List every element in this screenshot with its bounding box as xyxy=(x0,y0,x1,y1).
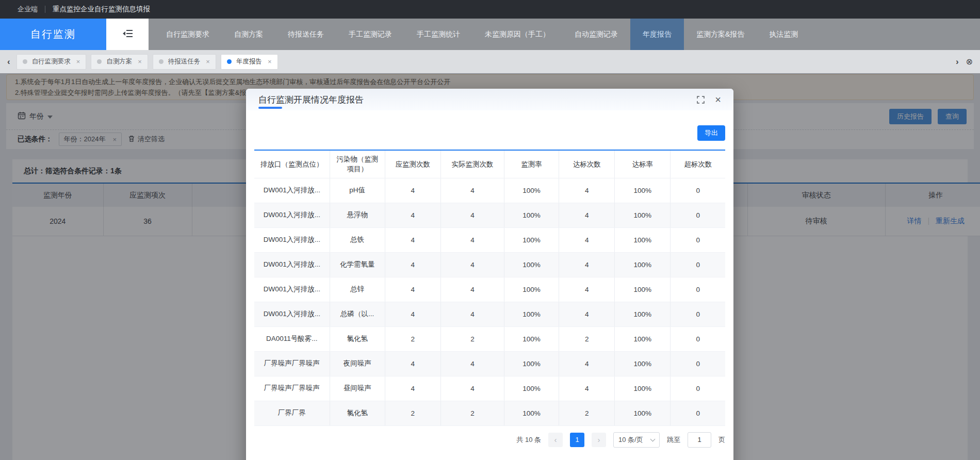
table-row: DW001入河排放...总铁44100%4100%0 xyxy=(254,227,725,252)
table-cell: 100% xyxy=(504,302,559,326)
tab-label: 自测方案 xyxy=(106,57,132,66)
tab-status-dot-icon xyxy=(97,59,102,64)
table-cell: 100% xyxy=(615,376,671,401)
table-cell: 昼间噪声 xyxy=(330,376,385,401)
modal-title: 自行监测开展情况年度报告 xyxy=(258,94,697,106)
modal-header: 自行监测开展情况年度报告 × xyxy=(246,89,733,110)
tabs-scroll-left-icon[interactable]: ‹ xyxy=(7,57,10,66)
table-cell: 悬浮物 xyxy=(330,203,385,227)
table-row: DW001入河排放...pH值44100%4100%0 xyxy=(254,178,725,203)
table-cell: 4 xyxy=(559,376,615,401)
fullscreen-icon[interactable] xyxy=(697,96,705,104)
table-cell: 4 xyxy=(385,302,440,326)
nav-item[interactable]: 未监测原因（手工） xyxy=(472,19,562,50)
table-cell: 4 xyxy=(559,178,615,203)
table-row: DW001入河排放...总磷（以...44100%4100%0 xyxy=(254,302,725,326)
table-cell: 100% xyxy=(504,277,559,302)
tab-status-dot-icon xyxy=(23,59,27,64)
tabs-scroll-right-icon[interactable]: › xyxy=(956,57,959,66)
table-cell: DW001入河排放... xyxy=(254,302,330,326)
table-cell: 100% xyxy=(615,401,671,425)
table-cell: 100% xyxy=(504,326,559,351)
nav-item[interactable]: 待报送任务 xyxy=(275,19,336,50)
table-row: DW001入河排放...悬浮物44100%4100%0 xyxy=(254,203,725,227)
page-tab[interactable]: 自行监测要求× xyxy=(17,54,87,70)
tab-close-icon[interactable]: × xyxy=(206,58,210,65)
tab-close-icon[interactable]: × xyxy=(76,58,80,65)
table-cell: 100% xyxy=(504,203,559,227)
table-cell: 0 xyxy=(671,227,725,252)
page-tab[interactable]: 年度报告× xyxy=(221,54,278,70)
table-cell: 4 xyxy=(440,376,504,401)
table-cell: 4 xyxy=(440,252,504,277)
page-tab[interactable]: 自测方案× xyxy=(91,54,148,70)
nav-item[interactable]: 自测方案 xyxy=(222,19,275,50)
tab-label: 自行监测要求 xyxy=(32,57,71,66)
table-cell: 4 xyxy=(559,302,615,326)
topbar: 企业端 重点监控企业自行监测信息填报 xyxy=(0,0,980,19)
tab-close-icon[interactable]: × xyxy=(138,58,142,65)
tabbar-right-controls: › ⊗ xyxy=(956,57,973,66)
nav-item[interactable]: 自动监测记录 xyxy=(562,19,630,50)
table-cell: 氯化氢 xyxy=(330,326,385,351)
table-cell: 0 xyxy=(671,277,725,302)
modal-toolbar: 导出 xyxy=(254,110,725,150)
table-cell: 厂界噪声厂界噪声 xyxy=(254,376,330,401)
column-header: 达标率 xyxy=(615,150,671,178)
chevron-down-icon xyxy=(650,436,656,441)
table-cell: 100% xyxy=(504,351,559,376)
nav-item[interactable]: 手工监测统计 xyxy=(404,19,472,50)
table-cell: 4 xyxy=(385,252,440,277)
table-cell: 0 xyxy=(671,203,725,227)
table-cell: 0 xyxy=(671,351,725,376)
modal-title-underline xyxy=(258,107,282,109)
close-icon[interactable]: × xyxy=(715,94,721,105)
export-button[interactable]: 导出 xyxy=(697,125,725,141)
table-cell: 4 xyxy=(385,376,440,401)
table-cell: 0 xyxy=(671,401,725,425)
nav-item[interactable]: 监测方案&报告 xyxy=(684,19,757,50)
table-cell: 100% xyxy=(504,227,559,252)
modal-header-icons: × xyxy=(697,94,721,105)
collapse-menu-icon xyxy=(122,29,133,40)
column-header: 监测率 xyxy=(504,150,559,178)
table-cell: 4 xyxy=(440,178,504,203)
page-size-select[interactable]: 10 条/页 xyxy=(613,432,660,448)
nav-item[interactable]: 年度报告 xyxy=(630,19,684,50)
next-page-button[interactable]: › xyxy=(592,433,606,447)
table-cell: DW001入河排放... xyxy=(254,277,330,302)
table-cell: 2 xyxy=(559,401,615,425)
table-cell: 2 xyxy=(385,326,440,351)
nav-item[interactable]: 手工监测记录 xyxy=(336,19,404,50)
table-cell: 0 xyxy=(671,252,725,277)
prev-page-button[interactable]: ‹ xyxy=(548,433,563,447)
page-tab[interactable]: 待报送任务× xyxy=(153,54,216,70)
table-cell: 4 xyxy=(385,351,440,376)
table-cell: DW001入河排放... xyxy=(254,227,330,252)
column-header: 实际监测次数 xyxy=(440,150,504,178)
nav-item[interactable]: 自行监测要求 xyxy=(154,19,222,50)
collapse-menu-button[interactable] xyxy=(106,19,149,50)
table-cell: 夜间噪声 xyxy=(330,351,385,376)
column-header: 污染物（监测项目） xyxy=(330,150,385,178)
module-title: 自行监测 xyxy=(0,19,106,50)
table-cell: 100% xyxy=(615,326,671,351)
table-cell: 100% xyxy=(615,252,671,277)
page-tabbar: ‹ 自行监测要求×自测方案×待报送任务×年度报告× › ⊗ xyxy=(0,50,980,73)
table-row: DW001入河排放...总锌44100%4100%0 xyxy=(254,277,725,302)
table-cell: 100% xyxy=(615,203,671,227)
tab-close-icon[interactable]: × xyxy=(268,58,272,65)
topbar-divider xyxy=(45,6,45,13)
nav-item[interactable]: 执法监测 xyxy=(757,19,810,50)
table-cell: 0 xyxy=(671,302,725,326)
tabs-close-all-icon[interactable]: ⊗ xyxy=(966,58,973,66)
table-cell: 4 xyxy=(440,203,504,227)
page-size-value: 10 条/页 xyxy=(618,435,643,445)
jump-page-input[interactable] xyxy=(688,432,711,448)
table-cell: 4 xyxy=(385,277,440,302)
current-page-button[interactable]: 1 xyxy=(570,433,584,447)
table-cell: 2 xyxy=(385,401,440,425)
column-header: 应监测次数 xyxy=(385,150,440,178)
column-header: 排放口（监测点位） xyxy=(254,150,330,178)
table-row: 厂界厂界氯化氢22100%2100%0 xyxy=(254,401,725,425)
